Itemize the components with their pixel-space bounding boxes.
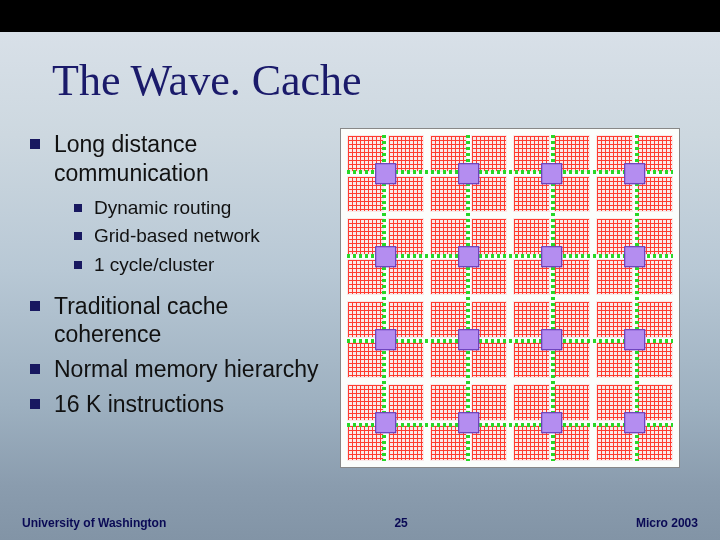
sub-list: Dynamic routing Grid-based network 1 cyc… <box>74 196 330 278</box>
switch-node <box>458 412 480 434</box>
bullet-text: Traditional cache coherence <box>54 292 330 350</box>
bullet-text: 1 cycle/cluster <box>94 253 214 278</box>
list-item: 16 K instructions <box>30 390 330 419</box>
switch-node <box>541 329 563 351</box>
slide: The Wave. Cache Long distance communicat… <box>0 0 720 540</box>
bullet-icon <box>30 301 40 311</box>
bullet-icon <box>74 261 82 269</box>
list-item: Long distance communication <box>30 130 330 188</box>
page-number: 25 <box>394 516 407 530</box>
bullet-icon <box>74 204 82 212</box>
switch-node <box>458 163 480 185</box>
switch-node <box>458 246 480 268</box>
bullet-text: Grid-based network <box>94 224 260 249</box>
footer-venue: Micro 2003 <box>636 516 698 530</box>
bullet-text: 16 K instructions <box>54 390 224 419</box>
footer: University of Washington 25 Micro 2003 <box>0 516 720 530</box>
list-item: Normal memory hierarchy <box>30 355 330 384</box>
bullet-text: Dynamic routing <box>94 196 231 221</box>
switch-node <box>541 246 563 268</box>
switch-node <box>624 412 646 434</box>
bullet-icon <box>30 399 40 409</box>
cluster-grid <box>347 135 673 461</box>
bullet-icon <box>30 364 40 374</box>
switch-node <box>541 412 563 434</box>
switch-node <box>624 163 646 185</box>
switch-node <box>375 163 397 185</box>
switch-node <box>624 329 646 351</box>
bullet-list: Long distance communication Dynamic rout… <box>30 130 330 425</box>
bullet-text: Long distance communication <box>54 130 330 188</box>
list-item: Dynamic routing <box>74 196 330 221</box>
switch-node <box>375 329 397 351</box>
list-item: Traditional cache coherence <box>30 292 330 350</box>
switch-node <box>541 163 563 185</box>
list-item: 1 cycle/cluster <box>74 253 330 278</box>
slide-title: The Wave. Cache <box>52 55 362 106</box>
bullet-icon <box>30 139 40 149</box>
bullet-icon <box>74 232 82 240</box>
switch-node <box>375 412 397 434</box>
list-item: Grid-based network <box>74 224 330 249</box>
switch-node <box>375 246 397 268</box>
wavecache-diagram <box>340 128 680 468</box>
switch-node <box>624 246 646 268</box>
footer-affiliation: University of Washington <box>22 516 166 530</box>
bullet-text: Normal memory hierarchy <box>54 355 319 384</box>
switch-node <box>458 329 480 351</box>
